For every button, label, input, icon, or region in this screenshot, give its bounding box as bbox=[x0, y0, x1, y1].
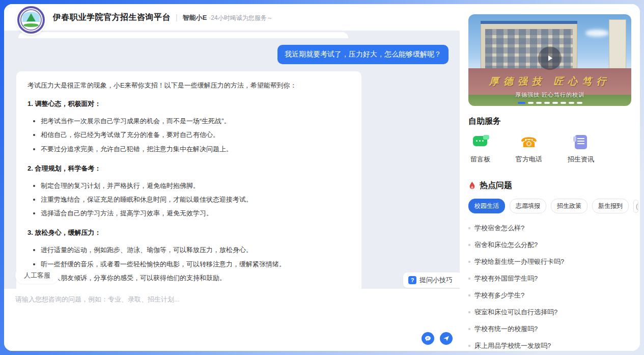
ai-section-title: 2. 合理规划，科学备考： bbox=[27, 163, 350, 174]
services-title: 自助服务 bbox=[468, 116, 631, 127]
tree-icon bbox=[26, 13, 36, 21]
question-item[interactable]: 学校给新生统一办理银行卡吗? bbox=[468, 253, 631, 270]
carousel-dot[interactable] bbox=[552, 102, 558, 104]
ai-section-title: 1. 调整心态，积极面对： bbox=[27, 99, 350, 109]
carousel-dot[interactable] bbox=[528, 102, 534, 104]
question-tips-label: 提问小技巧 bbox=[419, 276, 453, 285]
ai-section: 1. 调整心态，积极面对： 把考试当作一次展示自己学习成果的机会，而不是一场“生… bbox=[27, 99, 350, 154]
campus-video-carousel[interactable]: 厚德强技 匠心笃行 厚德强技 匠心笃行的校训 bbox=[468, 14, 631, 106]
hot-question-tab[interactable]: 招生政策 bbox=[551, 199, 587, 213]
ai-bullet-list: 把考试当作一次展示自己学习成果的机会，而不是一场“生死战”。相信自己，你已经为考… bbox=[27, 116, 350, 154]
send-button[interactable] bbox=[440, 332, 453, 345]
hot-questions-header: 热点问题 bbox=[468, 180, 631, 191]
service-item[interactable]: 留言板 bbox=[470, 135, 490, 164]
ai-section-title: 3. 放松身心，缓解压力： bbox=[27, 228, 350, 238]
campus-building-image bbox=[481, 23, 577, 74]
play-icon bbox=[545, 53, 554, 63]
ai-bullet: 注重劳逸结合，保证充足的睡眠和休息时间，才能以最佳状态迎接考试。 bbox=[41, 195, 350, 205]
carousel-dot[interactable] bbox=[518, 102, 525, 104]
service-item[interactable]: ☎ 官方电话 bbox=[516, 135, 542, 164]
header-subtitle: ·24小时竭诚为您服务～ bbox=[209, 14, 272, 22]
ai-bullet: 听一些舒缓的音乐，或者看一些轻松愉快的电影，可以转移注意力，缓解紧张情绪。 bbox=[41, 259, 350, 269]
hot-question-tab[interactable]: 新生报到 bbox=[592, 199, 629, 213]
chat-input[interactable] bbox=[15, 295, 402, 331]
user-message-bubble: 我近期就要考试了，压力好大，怎么能够缓解呢？ bbox=[277, 45, 449, 64]
question-mark-icon: ? bbox=[408, 276, 416, 284]
school-logo bbox=[17, 6, 45, 34]
motto-banner-text: 厚德强技 匠心笃行 bbox=[489, 75, 610, 88]
app-header: 伊春职业学院官方招生咨询平台 | 智能小E ·24小时竭诚为您服务～ bbox=[4, 4, 460, 31]
bullet-dot bbox=[468, 261, 470, 263]
hot-question-tab-partial[interactable]: ( bbox=[633, 200, 638, 213]
page-title: 伊春职业学院官方招生咨询平台 bbox=[53, 12, 171, 23]
question-item[interactable]: 宿舍和床位怎么分配? bbox=[468, 236, 631, 253]
chat-message-area[interactable]: 我近期就要考试了，压力好大，怎么能够缓解呢？ 考试压力大是很正常的现象，小E来帮… bbox=[4, 31, 460, 289]
carousel-dot[interactable] bbox=[577, 102, 582, 104]
question-item[interactable]: 学校有外国留学生吗? bbox=[468, 270, 631, 287]
hot-question-tab[interactable]: 志愿填报 bbox=[510, 199, 546, 213]
ai-message-bubble: 考试压力大是很正常的现象，小E来帮你支招！以下是一些缓解压力的方法，希望能帮到你… bbox=[16, 71, 361, 289]
carousel-dot[interactable] bbox=[561, 102, 566, 104]
question-text: 学校宿舍怎么样? bbox=[474, 224, 524, 233]
question-text: 床上用品学校统一发放吗? bbox=[474, 341, 551, 350]
play-button[interactable] bbox=[538, 46, 562, 70]
carousel-dot[interactable] bbox=[544, 102, 550, 104]
question-text: 学校有外国留学生吗? bbox=[474, 274, 538, 283]
ai-bullet: 把考试当作一次展示自己学习成果的机会，而不是一场“生死战”。 bbox=[41, 116, 350, 126]
service-item[interactable]: 招生资讯 bbox=[568, 135, 594, 164]
carousel-dot[interactable] bbox=[569, 102, 574, 104]
hot-question-tab[interactable]: 校园生活 bbox=[468, 199, 505, 213]
ai-bullet: 相信自己，你已经为考试做了充分的准备，要对自己有信心。 bbox=[41, 130, 350, 140]
ai-bullet-list: 进行适量的运动，例如跑步、游泳、瑜伽等，可以释放压力，放松身心。听一些舒缓的音乐… bbox=[27, 245, 350, 283]
carousel-dot[interactable] bbox=[536, 102, 542, 104]
bullet-dot bbox=[468, 278, 470, 280]
service-items: 留言板 ☎ 官方电话 bbox=[470, 135, 629, 164]
hot-questions-title: 热点问题 bbox=[480, 180, 512, 191]
bullet-dot bbox=[468, 345, 470, 347]
question-item[interactable]: 学校有多少学生? bbox=[468, 287, 631, 304]
partial-previous-message bbox=[18, 32, 348, 38]
bullet-dot bbox=[468, 244, 470, 246]
carousel-dots bbox=[468, 102, 631, 104]
question-item[interactable]: 学校宿舍怎么样? bbox=[468, 220, 631, 236]
chat-bubble-icon bbox=[425, 335, 431, 342]
paper-plane-icon bbox=[443, 335, 450, 342]
flame-icon bbox=[468, 181, 476, 190]
bullet-dot bbox=[468, 294, 470, 296]
sidebar: 厚德强技 匠心笃行 厚德强技 匠心笃行的校训 自助服务 bbox=[460, 4, 640, 351]
question-item[interactable]: 学校有统一的校服吗? bbox=[468, 320, 631, 337]
ai-section: 3. 放松身心，缓解压力： 进行适量的运动，例如跑步、游泳、瑜伽等，可以释放压力… bbox=[27, 228, 350, 283]
question-text: 学校有多少学生? bbox=[474, 291, 524, 300]
question-item[interactable]: 寝室和床位可以自行选择吗? bbox=[468, 304, 631, 320]
ai-bullet-list: 制定合理的复习计划，并严格执行，避免临时抱佛脚。注重劳逸结合，保证充足的睡眠和休… bbox=[27, 181, 350, 219]
chat-mode-button[interactable] bbox=[422, 332, 434, 345]
question-tips-button[interactable]: ? 提问小技巧 bbox=[403, 272, 460, 288]
chat-input-area bbox=[4, 289, 460, 351]
ai-intro-text: 考试压力大是很正常的现象，小E来帮你支招！以下是一些缓解压力的方法，希望能帮到你… bbox=[27, 80, 350, 91]
service-label: 招生资讯 bbox=[568, 155, 594, 164]
ai-section: 2. 合理规划，科学备考： 制定合理的复习计划，并严格执行，避免临时抱佛脚。注重… bbox=[27, 163, 350, 219]
service-icon bbox=[472, 135, 489, 150]
human-agent-button[interactable]: 人工客服 bbox=[15, 267, 59, 284]
ai-bullet: 与家人朋友倾诉，分享你的感受，可以获得他们的支持和鼓励。 bbox=[41, 273, 350, 283]
question-text: 宿舍和床位怎么分配? bbox=[474, 240, 538, 250]
bullet-dot bbox=[468, 328, 470, 330]
service-label: 留言板 bbox=[470, 155, 490, 164]
question-text: 学校给新生统一办理银行卡吗? bbox=[474, 257, 564, 266]
ai-bullet: 制定合理的复习计划，并严格执行，避免临时抱佛脚。 bbox=[41, 181, 350, 191]
chat-column: 伊春职业学院官方招生咨询平台 | 智能小E ·24小时竭诚为您服务～ 我近期就要… bbox=[4, 4, 460, 351]
service-icon: ☎ bbox=[520, 135, 538, 150]
bullet-dot bbox=[468, 227, 470, 229]
ai-bullet: 选择适合自己的学习方法，提高学习效率，避免无效学习。 bbox=[41, 208, 350, 219]
question-item[interactable]: 床上用品学校统一发放吗? bbox=[468, 337, 631, 351]
ai-sections: 1. 调整心态，积极面对： 把考试当作一次展示自己学习成果的机会，而不是一场“生… bbox=[27, 99, 350, 289]
ai-bullet: 不要过分追求完美，允许自己犯错，把注意力集中在解决问题上。 bbox=[41, 144, 350, 154]
question-text: 学校有统一的校服吗? bbox=[474, 324, 538, 334]
service-label: 官方电话 bbox=[516, 155, 542, 164]
bullet-dot bbox=[468, 311, 470, 313]
ai-bullet: 进行适量的运动，例如跑步、游泳、瑜伽等，可以释放压力，放松身心。 bbox=[41, 245, 350, 255]
carousel-caption: 厚德强技 匠心笃行的校训 bbox=[468, 91, 631, 99]
title-separator: | bbox=[176, 13, 178, 21]
question-list: 学校宿舍怎么样? 宿舍和床位怎么分配? 学校给新生统一办理银行卡吗? 学校有外国… bbox=[468, 220, 631, 351]
bot-name: 智能小E bbox=[183, 13, 207, 22]
